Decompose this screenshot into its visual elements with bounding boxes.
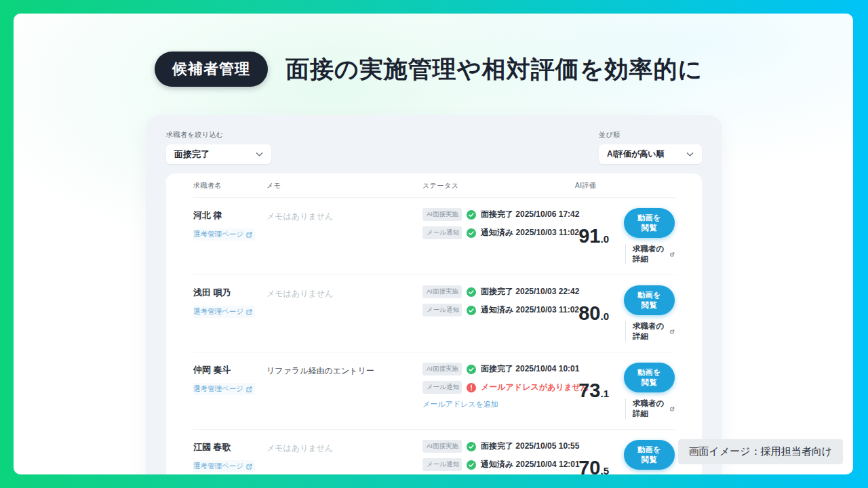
column-header-score: AI評価 bbox=[575, 181, 623, 190]
status-tag: メール通知 bbox=[422, 304, 462, 317]
table-row: 河北 律 選考管理ページ メモはありません AI面接実施面接完了 2025/10… bbox=[193, 198, 675, 275]
selection-management-page-link[interactable]: 選考管理ページ bbox=[193, 228, 255, 241]
filter-label: 求職者を絞り込む bbox=[166, 130, 271, 140]
external-link-icon bbox=[670, 406, 675, 412]
page-panel: 候補者管理 面接の実施管理や相対評価を効率的に 求職者を絞り込む 面接完了 並び… bbox=[14, 14, 853, 474]
candidate-name: 仲岡 奏斗 bbox=[193, 364, 267, 376]
candidate-name: 河北 律 bbox=[193, 209, 267, 222]
external-link-icon bbox=[246, 232, 252, 238]
status-tag: メール通知 bbox=[422, 226, 462, 239]
score-decimal: .1 bbox=[600, 388, 609, 399]
screen-image-caption: 画面イメージ：採用担当者向け bbox=[678, 439, 843, 464]
toolbar: 求職者を絞り込む 面接完了 並び順 AI評価が高い順 bbox=[166, 130, 702, 164]
filter-selected-value: 面接完了 bbox=[174, 148, 210, 161]
check-circle-icon bbox=[467, 287, 476, 297]
filter-select[interactable]: 面接完了 bbox=[166, 144, 271, 164]
table-body: 河北 律 選考管理ページ メモはありません AI面接実施面接完了 2025/10… bbox=[193, 198, 675, 474]
status-tag: メール通知 bbox=[422, 458, 462, 471]
column-header-memo: メモ bbox=[267, 181, 422, 190]
filter-group: 求職者を絞り込む 面接完了 bbox=[166, 130, 271, 164]
status-cell: AI面接実施面接完了 2025/10/03 22:42メール通知通知済み 202… bbox=[422, 285, 575, 317]
status-text: メールアドレスがありません bbox=[481, 382, 589, 393]
status-text: 面接完了 2025/10/06 17:42 bbox=[481, 209, 579, 220]
chevron-down-icon bbox=[256, 152, 263, 157]
candidate-management-card: 求職者を絞り込む 面接完了 並び順 AI評価が高い順 求職者名 メモ ステータス… bbox=[146, 115, 722, 474]
sort-group: 並び順 AI評価が高い順 bbox=[599, 130, 702, 164]
candidate-name-cell: 河北 律 選考管理ページ bbox=[193, 208, 267, 241]
selection-management-page-link[interactable]: 選考管理ページ bbox=[193, 306, 255, 318]
status-tag: AI面接実施 bbox=[422, 363, 462, 375]
view-video-button[interactable]: 動画を閲覧 bbox=[624, 208, 675, 238]
score-integer: 73 bbox=[578, 380, 600, 401]
score-integer: 80 bbox=[578, 302, 600, 324]
table-row: 浅田 唄乃 選考管理ページ メモはありません AI面接実施面接完了 2025/1… bbox=[193, 275, 675, 352]
table-row: 仲岡 奏斗 選考管理ページ リファラル経由のエントリー AI面接実施面接完了 2… bbox=[193, 352, 675, 430]
sort-select[interactable]: AI評価が高い順 bbox=[599, 144, 702, 164]
view-video-button[interactable]: 動画を閲覧 bbox=[624, 363, 675, 392]
check-circle-icon bbox=[467, 442, 476, 451]
candidate-name: 浅田 唄乃 bbox=[193, 287, 267, 299]
status-text: 面接完了 2025/10/03 22:42 bbox=[481, 286, 579, 298]
ai-score: 91.0 bbox=[575, 225, 623, 247]
row-actions: 動画を閲覧 求職者の詳細 bbox=[623, 440, 675, 474]
status-tag: AI面接実施 bbox=[422, 208, 462, 221]
candidate-details-link[interactable]: 求職者の詳細 bbox=[625, 399, 675, 419]
sort-selected-value: AI評価が高い順 bbox=[607, 148, 665, 160]
candidate-name: 江國 春歌 bbox=[193, 441, 267, 453]
memo-text: メモはありません bbox=[267, 208, 422, 222]
status-text: 通知済み 2025/10/04 12:01 bbox=[481, 459, 580, 470]
selection-management-page-link[interactable]: 選考管理ページ bbox=[193, 460, 255, 472]
status-tag: メール通知 bbox=[422, 381, 462, 394]
external-link-icon bbox=[670, 329, 675, 335]
status-cell: AI面接実施面接完了 2025/10/05 10:55メール通知通知済み 202… bbox=[422, 440, 575, 471]
status-text: 通知済み 2025/10/03 11:02 bbox=[481, 227, 579, 239]
check-circle-icon bbox=[467, 365, 476, 374]
external-link-icon bbox=[246, 464, 252, 470]
candidate-details-link[interactable]: 求職者の詳細 bbox=[625, 321, 675, 342]
external-link-icon bbox=[246, 386, 252, 392]
column-header-name: 求職者名 bbox=[193, 181, 267, 190]
table-header-row: 求職者名 メモ ステータス AI評価 bbox=[193, 174, 675, 198]
candidate-name-cell: 浅田 唄乃 選考管理ページ bbox=[193, 285, 267, 318]
row-actions: 動画を閲覧 求職者の詳細 bbox=[623, 363, 675, 419]
external-link-icon bbox=[246, 309, 252, 315]
status-text: 面接完了 2025/10/05 10:55 bbox=[481, 441, 579, 452]
score-integer: 91 bbox=[578, 225, 600, 247]
chevron-down-icon bbox=[686, 152, 694, 157]
row-actions: 動画を閲覧 求職者の詳細 bbox=[623, 208, 675, 264]
candidate-details-link[interactable]: 求職者の詳細 bbox=[625, 244, 675, 264]
selection-management-page-link[interactable]: 選考管理ページ bbox=[193, 383, 255, 395]
row-actions: 動画を閲覧 求職者の詳細 bbox=[623, 285, 675, 342]
ai-score: 73.1 bbox=[575, 380, 623, 402]
memo-text: メモはありません bbox=[267, 285, 422, 300]
status-text: 通知済み 2025/10/03 11:02 bbox=[481, 304, 579, 316]
view-video-button[interactable]: 動画を閲覧 bbox=[624, 285, 675, 315]
view-video-button[interactable]: 動画を閲覧 bbox=[624, 440, 675, 470]
table-row: 江國 春歌 選考管理ページ メモはありません AI面接実施面接完了 2025/1… bbox=[193, 430, 675, 474]
score-decimal: .5 bbox=[600, 465, 609, 474]
external-link-icon bbox=[670, 251, 675, 258]
status-tag: AI面接実施 bbox=[422, 440, 462, 453]
page-title: 面接の実施管理や相対評価を効率的に bbox=[285, 54, 703, 85]
ai-score: 80.0 bbox=[575, 302, 623, 325]
ai-score: 70.5 bbox=[575, 457, 623, 474]
status-text: 面接完了 2025/10/04 10:01 bbox=[481, 363, 579, 375]
check-circle-icon bbox=[467, 460, 476, 470]
candidates-table: 求職者名 メモ ステータス AI評価 河北 律 選考管理ページ メモはありません… bbox=[166, 174, 702, 474]
column-header-status: ステータス bbox=[422, 181, 575, 190]
sort-label: 並び順 bbox=[599, 130, 702, 140]
status-cell: AI面接実施面接完了 2025/10/04 10:01メール通知メールアドレスが… bbox=[422, 363, 575, 409]
status-cell: AI面接実施面接完了 2025/10/06 17:42メール通知通知済み 202… bbox=[422, 208, 575, 239]
section-badge: 候補者管理 bbox=[155, 52, 268, 87]
error-circle-icon bbox=[467, 383, 476, 392]
check-circle-icon bbox=[467, 228, 476, 238]
status-tag: AI面接実施 bbox=[422, 285, 462, 298]
add-email-address-link[interactable]: メールアドレスを追加 bbox=[422, 399, 498, 409]
memo-text: メモはありません bbox=[267, 440, 422, 454]
check-circle-icon bbox=[467, 210, 476, 220]
memo-text: リファラル経由のエントリー bbox=[267, 363, 422, 377]
check-circle-icon bbox=[467, 306, 476, 315]
candidate-name-cell: 江國 春歌 選考管理ページ bbox=[193, 440, 267, 472]
page-header: 候補者管理 面接の実施管理や相対評価を効率的に bbox=[155, 52, 703, 87]
candidate-name-cell: 仲岡 奏斗 選考管理ページ bbox=[193, 363, 267, 395]
